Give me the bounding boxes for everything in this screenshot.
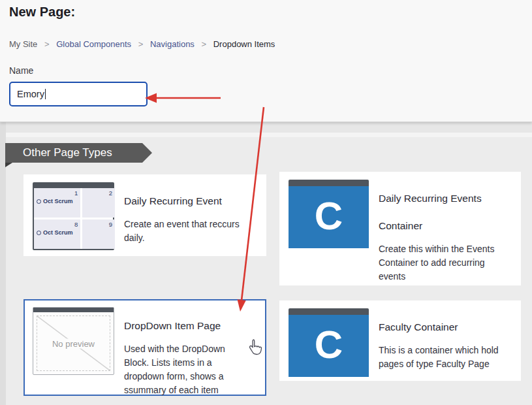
calendar-cell: 8 Oct Scrum (34, 219, 80, 249)
container-icon-body: C (289, 315, 369, 377)
text-caret (45, 89, 46, 99)
card-text: Faculty Container This is a container wh… (379, 308, 503, 371)
content-divider-band (0, 122, 532, 133)
thumbnail-titlebar (289, 308, 369, 315)
container-icon: C (289, 308, 369, 377)
thumbnail-titlebar (33, 308, 114, 312)
card-text: Daily Recurring Event Create an event th… (124, 182, 248, 245)
card-title: Daily Recurring Event (124, 187, 248, 215)
container-icon-body: C (289, 186, 369, 248)
name-input-value: Emory (17, 89, 44, 99)
card-title: Faculty Container (379, 314, 503, 341)
header-panel: New Page: My Site > Global Components > … (0, 0, 532, 122)
calendar-event: Oct Scrum (37, 229, 78, 236)
container-letter: C (315, 197, 343, 236)
recurring-event-icon (37, 231, 41, 235)
page-type-card-dropdown-item-page[interactable]: No preview DropDown Item Page Used with … (23, 299, 266, 396)
page-type-card-faculty-container[interactable]: C Faculty Container This is a container … (279, 300, 521, 381)
ribbon-fold (5, 163, 12, 167)
other-page-types-label: Other Page Types (23, 146, 112, 159)
card-description: This is a container which hold pages of … (379, 344, 503, 371)
new-page-dialog: New Page: My Site > Global Components > … (0, 0, 532, 405)
container-icon: C (289, 180, 369, 248)
calendar-day: 8 (37, 221, 78, 229)
ribbon-arrow-tip (142, 143, 152, 163)
card-description: Create this within the Events Container … (379, 242, 503, 284)
thumbnail-titlebar (34, 184, 113, 188)
breadcrumb-item-my-site[interactable]: My Site (9, 39, 37, 49)
name-input[interactable]: Emory (9, 82, 148, 106)
calendar-preview-icon: 1 Oct Scrum 2 8 Oct Scrum (33, 182, 114, 250)
container-letter: C (315, 325, 343, 364)
calendar-cell: 2 (82, 188, 115, 218)
breadcrumb-item-navigations[interactable]: Navigations (150, 39, 195, 49)
calendar-grid: 1 Oct Scrum 2 8 Oct Scrum (34, 188, 113, 249)
page-type-card-daily-recurring-events-container[interactable]: C Daily Recurring Events Container Creat… (279, 172, 521, 285)
other-page-types-ribbon: Other Page Types (5, 143, 142, 163)
name-field-label: Name (9, 65, 33, 76)
thumbnail-titlebar (289, 180, 369, 186)
breadcrumb-separator: > (138, 39, 144, 49)
calendar-cell: 9 (82, 219, 115, 249)
card-title: Daily Recurring Events Container (379, 185, 503, 240)
calendar-event-label: Oct Scrum (43, 229, 73, 236)
calendar-day: 2 (85, 189, 112, 197)
calendar-cell: 1 Oct Scrum (34, 188, 80, 218)
calendar-event-label: Oct Scrum (43, 198, 73, 204)
breadcrumb-item-dropdown-items: Dropdown Items (213, 39, 275, 49)
breadcrumb-item-global-components[interactable]: Global Components (56, 39, 131, 49)
no-preview-icon: No preview (33, 307, 114, 375)
breadcrumb-separator: > (44, 39, 50, 49)
breadcrumb-separator: > (202, 39, 207, 49)
calendar-day: 9 (85, 221, 112, 229)
card-text: Daily Recurring Events Container Create … (379, 180, 503, 284)
content-divider-strip (0, 133, 532, 137)
card-description: Used with the DropDown Block. Lists item… (124, 342, 248, 397)
calendar-day: 1 (37, 189, 78, 197)
card-title: DropDown Item Page (124, 312, 248, 340)
card-description: Create an event that reccurs daily. (124, 218, 248, 245)
recurring-event-icon (37, 199, 41, 204)
no-preview-frame: No preview (37, 316, 110, 371)
card-text: DropDown Item Page Used with the DropDow… (124, 307, 248, 397)
page-title: New Page: (9, 5, 75, 20)
no-preview-label: No preview (50, 338, 97, 348)
breadcrumb: My Site > Global Components > Navigation… (9, 39, 275, 49)
page-type-card-daily-recurring-event[interactable]: 1 Oct Scrum 2 8 Oct Scrum (23, 174, 266, 256)
calendar-event: Oct Scrum (37, 198, 78, 204)
